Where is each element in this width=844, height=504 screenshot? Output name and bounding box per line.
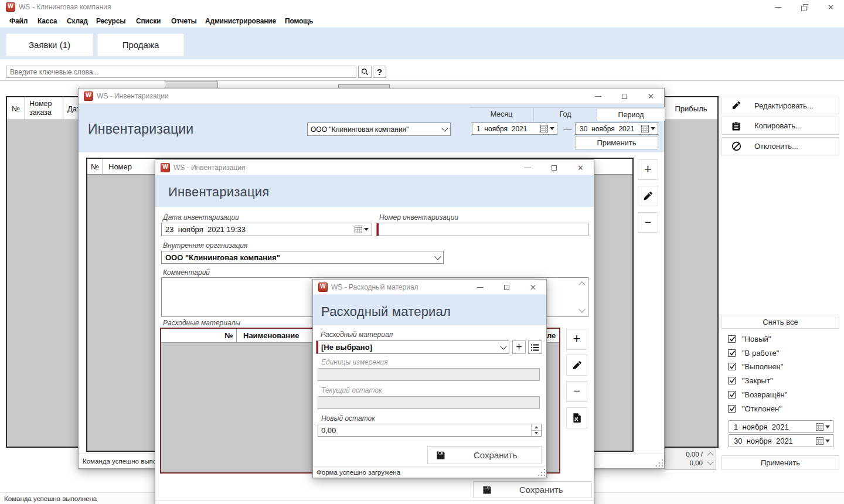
organization-select[interactable]: ООО "Клининговая компания" — [307, 122, 451, 136]
search-input[interactable] — [6, 66, 356, 78]
close-icon: ✕ — [530, 284, 536, 291]
reject-order-button[interactable]: Отклонить... — [722, 137, 839, 155]
material-new-field[interactable]: 0,00 — [318, 424, 542, 437]
add-inventory-button[interactable]: + — [638, 159, 658, 180]
inventories-title-bar: W WS - Инвентаризации ✕ — [79, 88, 664, 104]
help-button[interactable]: ? — [373, 66, 386, 78]
close-button[interactable]: ✕ — [520, 280, 546, 295]
copy-order-button[interactable]: Копировать... — [722, 117, 839, 135]
save-inventory-button[interactable]: Сохранить — [473, 481, 592, 498]
maximize-button[interactable] — [494, 280, 520, 295]
resize-grip-icon[interactable] — [537, 468, 545, 476]
save-material-button[interactable]: Сохранить — [427, 446, 542, 464]
status-filter-closed[interactable]: "Закрыт" — [728, 376, 773, 385]
maximize-button[interactable] — [611, 88, 638, 104]
material-list-button[interactable] — [528, 340, 542, 354]
minimize-icon — [477, 287, 484, 288]
menu-file[interactable]: Файл — [9, 17, 28, 25]
period-date-from[interactable]: 1 ноября 2021 — [472, 122, 557, 135]
menu-reports[interactable]: Отчеты — [171, 17, 197, 25]
add-new-material-button[interactable]: + — [512, 340, 526, 354]
main-title-bar: W WS - Клининговая компания ✕ — [0, 0, 844, 14]
close-button[interactable]: ✕ — [818, 0, 844, 14]
scroll-down-icon[interactable] — [707, 458, 713, 465]
menu-warehouse[interactable]: Склад — [67, 17, 88, 25]
spin-down-button[interactable] — [532, 431, 541, 437]
minimize-button[interactable] — [585, 88, 611, 104]
minimize-icon — [595, 96, 601, 97]
tab-period[interactable]: Период — [597, 108, 665, 121]
maximize-button[interactable] — [791, 0, 818, 14]
period-date-to-value: 30 ноября 2021 — [580, 125, 634, 133]
close-button[interactable]: ✕ — [638, 88, 664, 104]
pencil-icon — [572, 360, 582, 370]
list-icon — [531, 344, 539, 351]
material-current-field — [318, 396, 540, 409]
apply-filters-button[interactable]: Применить — [722, 455, 839, 469]
scroll-down-icon[interactable] — [578, 306, 585, 312]
material-title-bar: W WS - Расходный материал ✕ — [313, 280, 546, 295]
edit-material-button[interactable] — [566, 355, 587, 376]
period-apply-button[interactable]: Применить — [575, 136, 658, 149]
close-button[interactable]: ✕ — [567, 160, 594, 175]
clear-all-label: Снять все — [763, 318, 798, 326]
dropdown-arrow-icon — [825, 425, 830, 428]
inventory-number-field[interactable] — [376, 223, 588, 236]
material-units-field — [318, 368, 540, 381]
material-heading: Расходный материал — [321, 304, 451, 319]
maximize-icon — [504, 285, 509, 290]
maximize-button[interactable] — [541, 160, 567, 175]
status-filter-rejected[interactable]: "Отклонен" — [728, 404, 782, 413]
export-excel-button[interactable] — [566, 407, 587, 428]
inventory-materials-label: Расходные материалы — [163, 319, 240, 327]
menu-administration[interactable]: Администрирование — [205, 17, 276, 25]
scroll-up-icon[interactable] — [707, 452, 713, 458]
inventory-org-select[interactable]: ООО "Клининговая компания" — [161, 251, 444, 264]
status-filter-returned[interactable]: "Возвращён" — [728, 390, 787, 399]
period-date-to[interactable]: 30 ноября 2021 — [575, 122, 658, 135]
tab-year[interactable]: Год — [535, 108, 596, 121]
spin-down-icon — [535, 432, 538, 434]
search-button[interactable] — [358, 66, 372, 78]
scroll-up-icon[interactable] — [578, 281, 585, 288]
block-icon — [731, 141, 741, 151]
edit-inventory-button[interactable] — [638, 186, 658, 206]
status-filter-new[interactable]: "Новый" — [728, 335, 771, 343]
spin-up-button[interactable] — [532, 424, 541, 431]
period-apply-label: Применить — [597, 138, 636, 147]
menu-help[interactable]: Помощь — [285, 17, 313, 25]
filter-date-to[interactable]: 30 ноября 2021 — [729, 434, 833, 447]
number-spinner[interactable] — [531, 424, 541, 436]
inventory-org-value: ООО "Клининговая компания" — [165, 253, 280, 262]
remove-material-button[interactable]: − — [566, 381, 587, 402]
tab-requests[interactable]: Заявки (1) — [6, 33, 93, 56]
period-tabs: Месяц Год Период — [469, 107, 665, 120]
minimize-icon — [775, 7, 781, 8]
filter-date-to-value: 30 ноября 2021 — [734, 437, 793, 445]
add-material-button[interactable]: + — [566, 329, 587, 350]
filter-date-from[interactable]: 1 ноября 2021 — [729, 420, 833, 433]
material-select[interactable]: [Не выбрано] — [316, 340, 509, 354]
status-filter-done[interactable]: "Выполнен" — [728, 362, 783, 371]
remove-inventory-button[interactable]: − — [638, 212, 658, 233]
material-status-text: Форма успешно загружена — [316, 469, 400, 476]
app-icon: W — [6, 2, 15, 12]
edit-order-button[interactable]: Редактировать... — [722, 97, 839, 114]
menu-resources[interactable]: Ресурсы — [96, 17, 125, 25]
minimize-button[interactable] — [467, 280, 494, 295]
tab-month[interactable]: Месяц — [469, 108, 534, 121]
status-filter-label: "Отклонен" — [742, 404, 782, 413]
status-filter-inwork[interactable]: "В работе" — [728, 349, 779, 357]
minimize-button[interactable] — [515, 160, 541, 175]
resize-grip-icon[interactable] — [655, 458, 663, 466]
clear-all-button[interactable]: Снять все — [722, 315, 839, 329]
tab-sales[interactable]: Продажа — [97, 33, 184, 56]
minimize-button[interactable] — [765, 0, 791, 14]
copy-order-label: Копировать... — [754, 121, 802, 130]
inventory-date-field[interactable]: 23 ноября 2021 19:33 — [161, 223, 372, 236]
save-inventory-label: Сохранить — [519, 485, 563, 495]
app-icon: W — [161, 163, 170, 172]
menu-lists[interactable]: Списки — [136, 17, 161, 25]
menu-cash[interactable]: Касса — [38, 17, 57, 25]
material-status-bar: Форма успешно загружена — [313, 466, 546, 478]
